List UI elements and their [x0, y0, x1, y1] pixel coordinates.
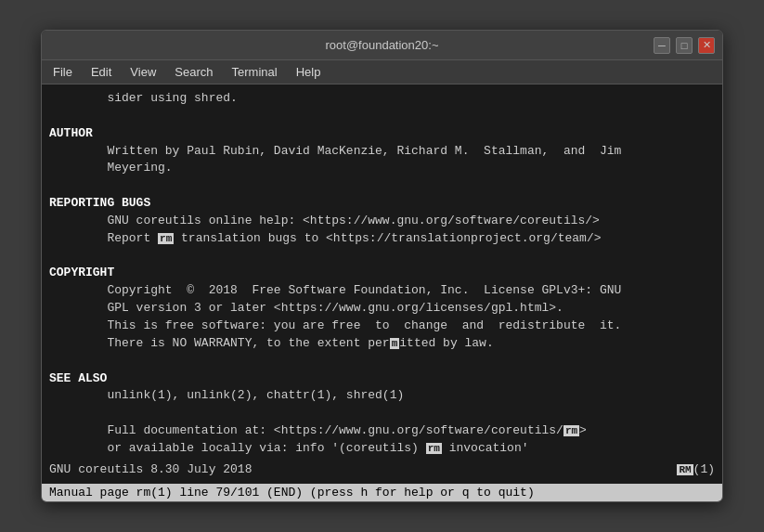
line-copyright-2: GPL version 3 or later <https://www.gnu.…: [49, 300, 715, 318]
line-blank-2: [49, 177, 715, 195]
line-author-2: Meyering.: [49, 160, 715, 177]
line-copyright-3: This is free software: you are free to c…: [49, 318, 715, 335]
menu-view[interactable]: View: [123, 63, 163, 81]
line-blank-1: [49, 108, 715, 125]
line-blank-3: [49, 248, 715, 266]
man-status-line: GNU coreutils 8.30 July 2018 RM(1): [42, 458, 722, 483]
rm-badge-report: rm: [158, 233, 174, 244]
line-seealso-header: SEE ALSO: [49, 370, 715, 388]
line-reporting-header: REPORTING BUGS: [49, 195, 715, 213]
terminal-content: sider using shred. AUTHOR Written by Pau…: [42, 90, 722, 458]
line-blank-5: [49, 405, 715, 422]
line-blank-4: [49, 353, 715, 370]
line-1: sider using shred.: [49, 90, 715, 108]
line-author-1: Written by Paul Rubin, David MacKenzie, …: [49, 143, 715, 161]
window-title: root@foundation20:~: [326, 38, 439, 52]
minimize-button[interactable]: ─: [654, 37, 670, 54]
menu-help[interactable]: Help: [289, 63, 329, 81]
maximize-button[interactable]: □: [676, 37, 693, 54]
line-reporting-1: GNU coreutils online help: <https://www.…: [49, 213, 715, 230]
menu-edit[interactable]: Edit: [84, 63, 119, 81]
bottom-status-text: Manual page rm(1) line 79/101 (END) (pre…: [49, 486, 535, 500]
menu-bar: File Edit View Search Terminal Help: [42, 60, 722, 84]
close-button[interactable]: ✕: [698, 37, 715, 54]
rm-badge-fulldoc: rm: [563, 425, 579, 436]
menu-file[interactable]: File: [45, 63, 80, 81]
window-controls: ─ □ ✕: [654, 37, 715, 54]
menu-search[interactable]: Search: [167, 63, 220, 81]
title-bar: root@foundation20:~ ─ □ ✕: [42, 31, 722, 60]
line-locally: or available locally via: info '(coreuti…: [49, 440, 715, 458]
terminal-window: root@foundation20:~ ─ □ ✕ File Edit View…: [41, 30, 723, 502]
terminal-body[interactable]: sider using shred. AUTHOR Written by Pau…: [42, 84, 722, 484]
man-status-left: GNU coreutils 8.30 July 2018: [49, 461, 252, 479]
line-fulldoc: Full documentation at: <https://www.gnu.…: [49, 422, 715, 440]
menu-terminal[interactable]: Terminal: [225, 63, 285, 81]
line-copyright-1: Copyright © 2018 Free Software Foundatio…: [49, 282, 715, 300]
bottom-status-bar: Manual page rm(1) line 79/101 (END) (pre…: [42, 484, 722, 501]
rm-badge-m: m: [390, 338, 400, 349]
line-author-header: AUTHOR: [49, 125, 715, 143]
man-status-right: RM(1): [677, 461, 715, 479]
line-seealso-1: unlink(1), unlink(2), chattr(1), shred(1…: [49, 387, 715, 405]
rm-badge-status: RM: [677, 464, 693, 475]
line-copyright-header: COPYRIGHT: [49, 265, 715, 282]
rm-badge-locally: rm: [426, 443, 442, 454]
line-reporting-2: Report rm translation bugs to <https://t…: [49, 230, 715, 248]
line-copyright-4: There is NO WARRANTY, to the extent perm…: [49, 335, 715, 353]
